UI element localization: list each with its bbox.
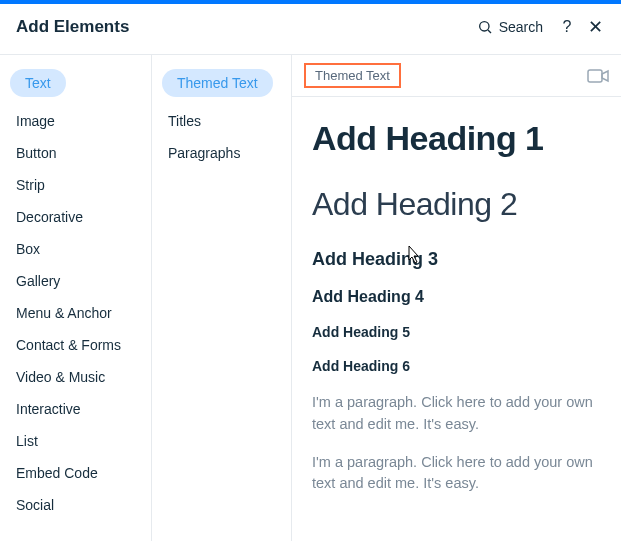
subcategory-item-themed-text[interactable]: Themed Text <box>162 69 273 97</box>
heading-3-preset[interactable]: Add Heading 3 <box>312 249 601 270</box>
category-item-image[interactable]: Image <box>10 105 141 137</box>
category-item-video-music[interactable]: Video & Music <box>10 361 141 393</box>
paragraph-preset-1[interactable]: I'm a paragraph. Click here to add your … <box>312 392 601 436</box>
heading-2-preset[interactable]: Add Heading 2 <box>312 186 601 223</box>
search-icon <box>477 19 493 35</box>
help-button[interactable]: ? <box>557 18 577 36</box>
preview-header: Themed Text <box>292 55 621 97</box>
category-item-button[interactable]: Button <box>10 137 141 169</box>
category-item-social[interactable]: Social <box>10 489 141 521</box>
preview-content: Add Heading 1 Add Heading 2 Add Heading … <box>292 97 621 531</box>
search-label: Search <box>499 19 543 35</box>
category-list: Text Image Button Strip Decorative Box G… <box>0 55 152 541</box>
category-item-box[interactable]: Box <box>10 233 141 265</box>
paragraph-preset-2[interactable]: I'm a paragraph. Click here to add your … <box>312 452 601 496</box>
category-item-embed-code[interactable]: Embed Code <box>10 457 141 489</box>
category-item-interactive[interactable]: Interactive <box>10 393 141 425</box>
search-button[interactable]: Search <box>477 19 543 35</box>
add-elements-panel: Add Elements Search ? ✕ Text Image Butto… <box>0 0 621 541</box>
subcategory-item-titles[interactable]: Titles <box>162 105 281 137</box>
panel-body: Text Image Button Strip Decorative Box G… <box>0 55 621 541</box>
subcategory-item-paragraphs[interactable]: Paragraphs <box>162 137 281 169</box>
heading-5-preset[interactable]: Add Heading 5 <box>312 324 601 340</box>
svg-rect-2 <box>588 70 602 82</box>
category-item-strip[interactable]: Strip <box>10 169 141 201</box>
category-item-decorative[interactable]: Decorative <box>10 201 141 233</box>
svg-line-1 <box>488 30 491 33</box>
heading-4-preset[interactable]: Add Heading 4 <box>312 288 601 306</box>
section-label: Themed Text <box>304 63 401 88</box>
heading-1-preset[interactable]: Add Heading 1 <box>312 119 601 158</box>
category-item-contact-forms[interactable]: Contact & Forms <box>10 329 141 361</box>
category-item-list[interactable]: List <box>10 425 141 457</box>
panel-header: Add Elements Search ? ✕ <box>0 4 621 55</box>
category-item-menu-anchor[interactable]: Menu & Anchor <box>10 297 141 329</box>
video-help-icon[interactable] <box>587 68 609 84</box>
subcategory-list: Themed Text Titles Paragraphs <box>152 55 292 541</box>
category-item-gallery[interactable]: Gallery <box>10 265 141 297</box>
close-button[interactable]: ✕ <box>585 16 605 38</box>
panel-title: Add Elements <box>16 17 129 37</box>
svg-point-0 <box>479 22 488 31</box>
preview-pane: Themed Text Add Heading 1 Add Heading 2 … <box>292 55 621 541</box>
category-item-text[interactable]: Text <box>10 69 66 97</box>
heading-6-preset[interactable]: Add Heading 6 <box>312 358 601 374</box>
